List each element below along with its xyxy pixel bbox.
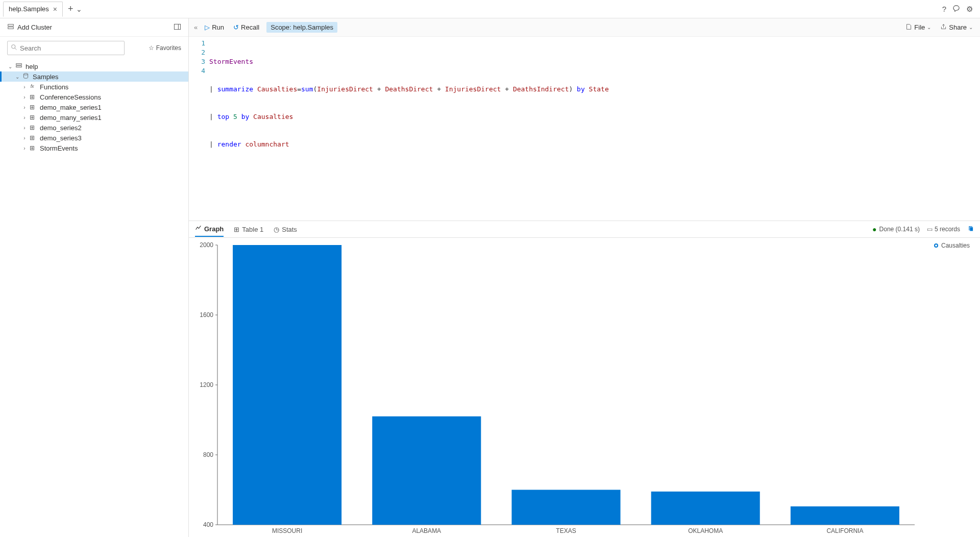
new-tab-button[interactable]: + xyxy=(68,4,74,14)
copy-icon[interactable] xyxy=(967,225,974,234)
tree-item-table[interactable]: › ⊞ demo_series2 xyxy=(0,123,188,133)
svg-text:1200: 1200 xyxy=(200,381,213,388)
table-icon: ⊞ xyxy=(30,124,38,131)
tree-label: demo_series2 xyxy=(40,124,82,132)
share-button[interactable]: Share ⌄ xyxy=(938,22,975,33)
code-token: | xyxy=(209,85,217,93)
svg-rect-24 xyxy=(233,245,341,525)
column-chart[interactable]: 400800120016002000MISSOURIALABAMATEXASOK… xyxy=(192,240,976,537)
line-number: 1 xyxy=(189,39,205,48)
tab-label: Graph xyxy=(204,225,224,233)
chevron-right-icon: › xyxy=(21,94,28,100)
search-input-wrapper[interactable] xyxy=(7,41,125,55)
play-icon: ▷ xyxy=(205,23,210,31)
table-icon: ⊞ xyxy=(30,134,38,141)
tree-item-table[interactable]: › ⊞ demo_many_series1 xyxy=(0,112,188,123)
svg-line-5 xyxy=(15,48,16,50)
chevron-down-icon: ⌄ xyxy=(927,25,931,30)
tab-bar: help.Samples × + ⌄ ? ⚙ xyxy=(0,0,980,18)
tab-graph[interactable]: Graph xyxy=(195,222,224,237)
add-cluster-button[interactable]: Add Cluster xyxy=(7,23,52,32)
line-number: 2 xyxy=(189,48,205,57)
status-records: ▭ 5 records xyxy=(927,226,960,233)
favorites-button[interactable]: ☆ Favorites xyxy=(149,44,181,52)
tab-dropdown-icon[interactable]: ⌄ xyxy=(76,5,82,13)
line-number: 3 xyxy=(189,57,205,66)
search-input[interactable] xyxy=(20,44,121,52)
svg-rect-11 xyxy=(970,227,973,231)
chart-legend[interactable]: Causalties xyxy=(934,242,970,249)
table-icon: ⊞ xyxy=(234,226,239,233)
scope-pill[interactable]: Scope: help.Samples xyxy=(266,22,337,33)
tree-label: ConferenceSessions xyxy=(40,93,101,101)
code-token: DeathsDirect xyxy=(385,85,433,93)
feedback-icon[interactable] xyxy=(952,5,960,14)
editor-code[interactable]: StormEvents | summarize Causalties=sum(I… xyxy=(209,37,609,221)
table-icon: ⊞ xyxy=(30,114,38,121)
table-icon: ⊞ xyxy=(30,144,38,152)
file-icon xyxy=(905,23,912,32)
svg-text:2000: 2000 xyxy=(200,241,213,249)
check-icon: ● xyxy=(872,225,876,233)
settings-icon[interactable]: ⚙ xyxy=(966,5,973,14)
svg-rect-0 xyxy=(8,25,14,27)
svg-rect-2 xyxy=(174,24,180,29)
svg-text:ALABAMA: ALABAMA xyxy=(412,527,441,534)
collapse-icon[interactable]: « xyxy=(194,23,198,31)
code-token: + xyxy=(501,85,512,93)
tree-item-table[interactable]: › ⊞ ConferenceSessions xyxy=(0,92,188,102)
tree-label: StormEvents xyxy=(40,144,78,152)
chevron-right-icon: › xyxy=(21,145,28,151)
code-token: Causalties xyxy=(253,113,293,120)
tree-label: demo_make_series1 xyxy=(40,104,102,111)
share-icon xyxy=(940,23,947,32)
content-area: « ▷ Run ↺ Recall Scope: help.Samples Fil… xyxy=(189,18,980,537)
editor-gutter: 1 2 3 4 xyxy=(189,37,209,221)
tab-stats[interactable]: ◷ Stats xyxy=(274,223,297,236)
recall-icon: ↺ xyxy=(233,23,239,31)
tab-help-samples[interactable]: help.Samples × xyxy=(3,2,63,17)
panel-toggle-icon[interactable] xyxy=(174,23,181,32)
tree-item-table[interactable]: › ⊞ demo_make_series1 xyxy=(0,102,188,112)
tab-table[interactable]: ⊞ Table 1 xyxy=(234,223,263,236)
code-token: sum xyxy=(301,85,313,93)
tree-label: demo_many_series1 xyxy=(40,114,102,121)
stats-icon: ◷ xyxy=(274,226,279,233)
tree-item-table[interactable]: › ⊞ StormEvents xyxy=(0,143,188,153)
tree-database-samples[interactable]: ⌄ Samples xyxy=(0,71,188,82)
chevron-down-icon: ⌄ xyxy=(969,25,973,30)
code-token: by xyxy=(573,85,589,93)
svg-point-4 xyxy=(12,45,15,48)
svg-text:400: 400 xyxy=(203,521,213,528)
records-icon: ▭ xyxy=(927,226,933,233)
svg-rect-30 xyxy=(651,492,760,525)
tree-item-table[interactable]: › ⊞ demo_series3 xyxy=(0,133,188,143)
query-editor[interactable]: 1 2 3 4 StormEvents | summarize Causalti… xyxy=(189,37,980,221)
cluster-icon xyxy=(7,23,14,32)
code-token: summarize xyxy=(217,85,253,93)
add-cluster-label: Add Cluster xyxy=(17,23,52,31)
tree-label: demo_series3 xyxy=(40,134,82,142)
legend-marker xyxy=(934,243,938,248)
svg-text:TEXAS: TEXAS xyxy=(556,527,576,534)
svg-text:1600: 1600 xyxy=(200,311,213,319)
chevron-right-icon: › xyxy=(21,115,28,120)
recall-button[interactable]: ↺ Recall xyxy=(231,22,261,33)
code-token: 5 xyxy=(233,113,237,120)
close-icon[interactable]: × xyxy=(53,5,57,13)
run-button[interactable]: ▷ Run xyxy=(203,22,226,33)
graph-icon xyxy=(195,225,202,233)
tree-cluster-help[interactable]: ⌄ help xyxy=(0,61,188,71)
help-icon[interactable]: ? xyxy=(942,5,946,14)
tree-label: Functions xyxy=(40,83,68,91)
sidebar: Add Cluster ☆ Favorites ⌄ xyxy=(0,18,189,537)
tab-label: Stats xyxy=(282,226,297,233)
status-done-label: Done (0.141 s) xyxy=(879,226,920,233)
file-button[interactable]: File ⌄ xyxy=(903,22,933,33)
query-toolbar: « ▷ Run ↺ Recall Scope: help.Samples Fil… xyxy=(189,18,980,37)
code-token: State xyxy=(589,85,609,93)
function-icon: fx xyxy=(30,83,38,91)
code-token: Causalties xyxy=(257,85,297,93)
tree-item-functions[interactable]: › fx Functions xyxy=(0,82,188,92)
scope-label: Scope: xyxy=(271,23,291,31)
